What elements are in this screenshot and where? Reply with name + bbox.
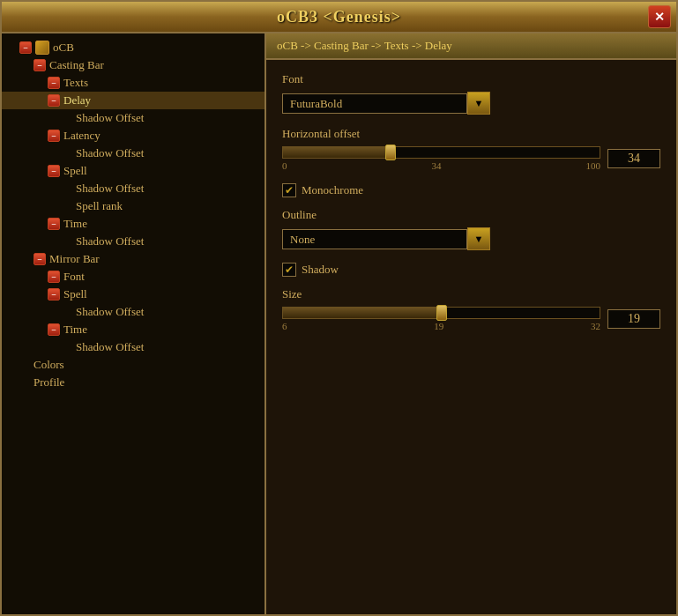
sidebar-item-spell-rank[interactable]: Spell rank [2, 197, 264, 215]
title-bar: oCB3 <Genesis> ✕ [2, 2, 676, 33]
sidebar-label-profile: Profile [34, 375, 64, 390]
monochrome-label: Monochrome [302, 183, 363, 197]
horizontal-offset-thumb[interactable] [385, 145, 396, 160]
collapse-icon-texts[interactable]: − [48, 77, 60, 89]
sidebar-label-shadow-offset-latency: Shadow Offset [76, 146, 144, 160]
collapse-icon-ocb[interactable]: − [19, 41, 32, 54]
collapse-icon-time-mirror[interactable]: − [48, 323, 60, 336]
sidebar-item-delay[interactable]: − Delay [2, 92, 264, 109]
sidebar-label-mirror-bar: Mirror Bar [49, 252, 100, 266]
sidebar-item-colors[interactable]: Colors [2, 356, 264, 374]
sidebar-item-shadow-offset-time[interactable]: Shadow Offset [2, 233, 264, 250]
h-offset-mid: 34 [432, 160, 442, 171]
sidebar-item-ocb[interactable]: − oCB [2, 39, 264, 56]
sidebar-label-shadow-offset-time-mirror: Shadow Offset [76, 340, 144, 354]
sidebar-item-latency[interactable]: − Latency [2, 127, 264, 145]
sidebar-label-shadow-offset-spell: Shadow Offset [76, 182, 144, 196]
horizontal-offset-labels: 0 34 100 [282, 160, 600, 171]
sidebar-label-shadow-offset-spell-mirror: Shadow Offset [76, 305, 144, 319]
main-window: oCB3 <Genesis> ✕ − oCB − Casting Bar − T… [0, 0, 678, 616]
size-labels: 6 19 32 [282, 321, 600, 331]
outline-dropdown-arrow[interactable] [467, 227, 490, 250]
h-offset-max: 100 [586, 160, 601, 171]
content-area: − oCB − Casting Bar − Texts − Delay Sha [2, 33, 676, 614]
sidebar-label-ocb: oCB [53, 41, 74, 55]
collapse-icon-latency[interactable]: − [48, 130, 60, 142]
sidebar-label-time-mirror: Time [63, 323, 87, 337]
ocb-icon [35, 41, 49, 55]
breadcrumb-text: oCB -> Casting Bar -> Texts -> Delay [277, 39, 452, 52]
sidebar-label-shadow-offset-delay: Shadow Offset [76, 111, 144, 125]
collapse-icon-mirror-bar[interactable]: − [34, 253, 46, 265]
size-max: 32 [591, 321, 600, 331]
sidebar-item-shadow-offset-delay[interactable]: Shadow Offset [2, 109, 264, 127]
size-label: Size [282, 287, 660, 301]
font-label: Font [282, 72, 660, 86]
sidebar-item-mirror-bar[interactable]: − Mirror Bar [2, 250, 264, 268]
size-thumb[interactable] [436, 305, 447, 321]
collapse-icon-spell-mirror[interactable]: − [48, 288, 60, 301]
sidebar-item-spell-mirror[interactable]: − Spell [2, 286, 264, 303]
sidebar-label-colors: Colors [34, 358, 64, 372]
font-select[interactable]: FuturaBold [282, 93, 467, 114]
sidebar-label-time: Time [63, 217, 87, 231]
sidebar-item-time[interactable]: − Time [2, 215, 264, 233]
monochrome-row[interactable]: ✔ Monochrome [282, 183, 660, 197]
horizontal-offset-value[interactable] [607, 149, 660, 168]
breadcrumb: oCB -> Casting Bar -> Texts -> Delay [266, 33, 676, 60]
panel-content: Font FuturaBold Horizontal offset [266, 60, 676, 614]
monochrome-checkbox[interactable]: ✔ [282, 183, 296, 197]
sidebar-label-shadow-offset-time: Shadow Offset [76, 234, 144, 249]
font-dropdown-arrow[interactable] [467, 92, 490, 115]
close-button[interactable]: ✕ [648, 5, 671, 28]
sidebar-item-texts[interactable]: − Texts [2, 74, 264, 92]
sidebar-item-font[interactable]: − Font [2, 268, 264, 286]
size-mid: 19 [434, 321, 443, 331]
shadow-label: Shadow [302, 263, 339, 277]
collapse-icon-casting-bar[interactable]: − [34, 59, 46, 71]
main-panel: oCB -> Casting Bar -> Texts -> Delay Fon… [266, 33, 676, 614]
size-value[interactable] [607, 309, 660, 329]
sidebar-item-casting-bar[interactable]: − Casting Bar [2, 56, 264, 74]
shadow-checkbox[interactable]: ✔ [282, 263, 296, 277]
collapse-icon-spell[interactable]: − [48, 165, 60, 177]
sidebar-item-spell[interactable]: − Spell [2, 162, 264, 180]
sidebar: − oCB − Casting Bar − Texts − Delay Sha [2, 33, 266, 614]
sidebar-item-shadow-offset-time-mirror[interactable]: Shadow Offset [2, 338, 264, 356]
horizontal-offset-track[interactable] [282, 146, 600, 159]
sidebar-label-spell-rank: Spell rank [76, 199, 123, 213]
sidebar-item-profile[interactable]: Profile [2, 374, 264, 391]
window-title: oCB3 <Genesis> [277, 8, 401, 26]
sidebar-label-latency: Latency [63, 129, 101, 143]
sidebar-label-texts: Texts [63, 76, 88, 90]
sidebar-label-delay: Delay [63, 93, 91, 108]
size-track[interactable] [282, 307, 600, 319]
h-offset-min: 0 [282, 160, 287, 171]
horizontal-offset-label: Horizontal offset [282, 127, 660, 141]
outline-dropdown-container: None [282, 227, 660, 250]
collapse-icon-time[interactable]: − [48, 218, 60, 230]
sidebar-item-shadow-offset-latency[interactable]: Shadow Offset [2, 145, 264, 162]
collapse-icon-font[interactable]: − [48, 271, 60, 283]
size-min: 6 [282, 321, 287, 331]
sidebar-item-shadow-offset-spell[interactable]: Shadow Offset [2, 180, 264, 197]
outline-label: Outline [282, 208, 660, 222]
outline-select[interactable]: None [282, 229, 467, 249]
sidebar-label-font: Font [63, 270, 85, 284]
sidebar-label-spell-mirror: Spell [63, 287, 87, 301]
sidebar-label-spell: Spell [63, 164, 87, 178]
sidebar-item-shadow-offset-spell-mirror[interactable]: Shadow Offset [2, 303, 264, 321]
collapse-icon-delay[interactable]: − [48, 94, 60, 107]
sidebar-item-time-mirror[interactable]: − Time [2, 321, 264, 338]
sidebar-label-casting-bar: Casting Bar [49, 58, 104, 72]
shadow-row[interactable]: ✔ Shadow [282, 263, 660, 277]
font-dropdown-container: FuturaBold [282, 92, 660, 115]
